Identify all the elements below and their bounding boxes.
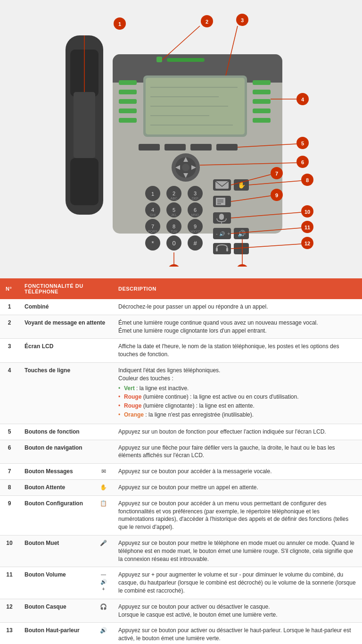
row-icon: ✉ [94, 464, 113, 480]
svg-rect-17 [119, 90, 137, 94]
row-feature: Combiné [19, 299, 113, 315]
svg-text:ABC: ABC [171, 197, 177, 200]
svg-text:-: - [216, 231, 218, 236]
svg-text:5: 5 [301, 141, 304, 146]
table-header-row: N° FONCTIONNALITÉ DU TÉLÉPHONE DESCRIPTI… [0, 278, 362, 299]
svg-rect-25 [253, 118, 271, 123]
svg-rect-27 [165, 144, 186, 151]
row-num: 5 [0, 424, 19, 440]
svg-rect-87 [226, 248, 228, 251]
row-num: 11 [0, 567, 19, 599]
table-row: 9 Bouton Configuration 📋 Appuyez sur ce … [0, 495, 362, 535]
row-num: 8 [0, 479, 19, 495]
row-description: Appuyez sur ce bouton pour accéder à un … [113, 495, 362, 535]
svg-rect-28 [190, 144, 212, 151]
svg-text:7: 7 [151, 224, 154, 229]
table-row: 7 Bouton Messages ✉ Appuyez sur ce bouto… [0, 464, 362, 480]
row-description: Appuyez sur un bouton de fonction pour e… [113, 424, 362, 440]
row-num: 6 [0, 440, 19, 464]
svg-text:1: 1 [118, 21, 121, 27]
table-row: 3 Écran LCD Affiche la date et l'heure, … [0, 339, 362, 363]
row-feature: Bouton Configuration [19, 495, 94, 535]
svg-text:3: 3 [194, 191, 197, 196]
svg-text:5: 5 [173, 207, 175, 213]
svg-text:2: 2 [173, 191, 175, 196]
row-feature: Touches de ligne [19, 362, 113, 424]
svg-text:🔊: 🔊 [238, 230, 246, 238]
svg-text:10: 10 [304, 209, 310, 215]
svg-text:DEF: DEF [192, 197, 198, 200]
row-num: 3 [0, 339, 19, 363]
svg-rect-2 [70, 158, 99, 205]
row-description: Appuyez sur ce bouton pour accéder à la … [113, 464, 362, 480]
svg-text:7: 7 [275, 171, 278, 176]
row-icon: 🎤 [94, 535, 113, 567]
row-feature: Bouton Casque [19, 599, 94, 623]
row-num: 10 [0, 535, 19, 567]
svg-text:GHI: GHI [150, 213, 156, 217]
row-num: 9 [0, 495, 19, 535]
row-description: Indiquent l'état des lignes téléphonique… [113, 362, 362, 424]
svg-text:3: 3 [241, 17, 244, 23]
svg-text:+: + [227, 231, 230, 236]
svg-rect-21 [253, 80, 271, 85]
row-num: 12 [0, 599, 19, 623]
svg-rect-24 [253, 109, 271, 113]
svg-text:PQRS: PQRS [148, 230, 157, 234]
svg-rect-7 [167, 58, 205, 62]
svg-rect-79 [219, 214, 224, 220]
table-row: 10 Bouton Muet 🎤 Appuyez sur ce bouton p… [0, 535, 362, 567]
svg-text:6: 6 [194, 207, 197, 213]
svg-text:11: 11 [304, 225, 310, 230]
row-icon: 📋 [94, 495, 113, 535]
svg-rect-23 [253, 99, 271, 104]
svg-text:*: * [151, 240, 154, 247]
row-feature: Voyant de message en attente [19, 315, 113, 339]
row-icon: — 🔊 + [94, 567, 113, 599]
svg-text:8: 8 [173, 224, 175, 229]
row-feature: Boutons de fonction [19, 424, 113, 440]
row-num: 1 [0, 299, 19, 315]
row-icon: 🎧 [94, 599, 113, 623]
svg-rect-20 [119, 118, 137, 123]
svg-text:12: 12 [304, 241, 310, 246]
table-row: 6 Bouton de navigation Appuyez sur une f… [0, 440, 362, 464]
row-description: Appuyez sur une flèche pour faire défile… [113, 440, 362, 464]
phone-svg: 1 2 ABC 3 DEF 4 GHI 5 JKL 6 MNO 7 PQRS 8… [40, 7, 322, 267]
table-row: 13 Bouton Haut-parleur 🔊 Appuyez sur ce … [0, 623, 362, 644]
table-row: 5 Boutons de fonction Appuyez sur un bou… [0, 424, 362, 440]
row-feature: Bouton Messages [19, 464, 94, 480]
svg-text:WXYZ: WXYZ [190, 230, 200, 233]
row-description: Émet une lumière rouge continue quand vo… [113, 315, 362, 339]
row-feature: Bouton Volume [19, 567, 94, 599]
row-num: 7 [0, 464, 19, 480]
phone-wrapper: 1 2 ABC 3 DEF 4 GHI 5 JKL 6 MNO 7 PQRS 8… [40, 7, 322, 267]
table-row: 11 Bouton Volume — 🔊 + Appuyez sur + pou… [0, 567, 362, 599]
row-feature: Écran LCD [19, 339, 113, 363]
feature-table: N° FONCTIONNALITÉ DU TÉLÉPHONE DESCRIPTI… [0, 278, 362, 644]
svg-text:9: 9 [194, 224, 197, 229]
row-description: Appuyez sur ce bouton pour mettre le tél… [113, 535, 362, 567]
row-feature: Bouton de navigation [19, 440, 113, 464]
row-num: 4 [0, 362, 19, 424]
table-row: 2 Voyant de message en attente Émet une … [0, 315, 362, 339]
row-description: Appuyez sur ce bouton pour mettre un app… [113, 479, 362, 495]
svg-rect-19 [119, 109, 137, 113]
row-description: Appuyez sur ce bouton pour activer ou dé… [113, 623, 362, 644]
svg-text:4: 4 [301, 97, 304, 102]
row-feature: Bouton Attente [19, 479, 94, 495]
header-num: N° [0, 278, 19, 299]
row-feature: Bouton Muet [19, 535, 94, 567]
svg-text:2: 2 [206, 19, 208, 25]
row-description: Affiche la date et l'heure, le nom de la… [113, 339, 362, 363]
svg-rect-29 [216, 144, 238, 151]
table-row: 1 Combiné Décrochez-le pour passer un ap… [0, 299, 362, 315]
header-feature: FONCTIONNALITÉ DU TÉLÉPHONE [19, 278, 113, 299]
phone-diagram: 1 2 ABC 3 DEF 4 GHI 5 JKL 6 MNO 7 PQRS 8… [0, 0, 362, 278]
row-feature: Bouton Haut-parleur [19, 623, 94, 644]
svg-text:🔊: 🔊 [219, 231, 225, 237]
svg-text:MNO: MNO [191, 213, 199, 217]
svg-point-36 [182, 164, 189, 171]
svg-text:8: 8 [306, 177, 309, 183]
svg-rect-86 [216, 248, 218, 251]
